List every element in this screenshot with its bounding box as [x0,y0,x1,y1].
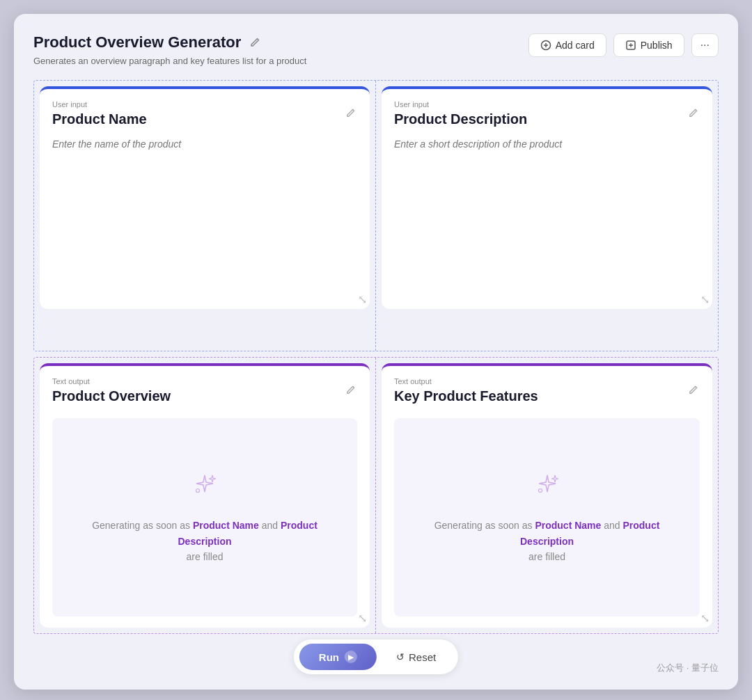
app-title: Product Overview Generator [33,33,241,51]
reset-icon: ↺ [396,651,405,662]
output-title-row-1: Text output Product Overview [52,377,357,404]
output-type-label-2: Text output [394,377,538,385]
more-options-button[interactable]: ··· [691,33,719,57]
header-actions: Add card Publish ··· [528,33,719,57]
output-title-2: Key Product Features [394,388,538,404]
resize-handle-2: ⤡ [700,293,710,306]
output-title-row-2: Text output Key Product Features [394,377,700,404]
reset-button[interactable]: ↺ Reset [379,644,453,670]
app-subtitle: Generates an overview paragraph and key … [33,56,306,66]
more-icon: ··· [700,39,710,51]
publish-label: Publish [641,40,673,51]
play-icon: ▶ [345,651,357,663]
input-card-2: User input Product Description ⤡ [382,86,712,309]
output-card-body-1: Generating as soon as Product Name and P… [52,418,357,617]
input-cell-2: User input Product Description ⤡ [376,81,718,351]
publish-button[interactable]: Publish [613,33,684,57]
card-title-row-2: User input Product Description [394,100,700,127]
output-cell-2: Text output Key Product Features [376,358,718,633]
input-cell-1: User input Product Name ⤡ [34,81,376,351]
output-type-label-1: Text output [52,377,171,385]
run-button[interactable]: Run ▶ [299,644,377,670]
card-type-label-1: User input [52,100,147,109]
output-card-body-2: Generating as soon as Product Name and P… [394,418,700,617]
card-edit-button-1[interactable] [344,106,357,122]
sparkle-icon-2 [532,470,563,507]
output-card-1: Text output Product Overview [40,363,370,628]
svg-point-5 [538,489,542,493]
generating-text-1: Generating as soon as Product Name and P… [66,518,343,564]
output-header-1: Text output Product Overview [52,377,171,404]
card-type-label-2: User input [394,100,527,109]
resize-handle-4: ⤡ [700,612,710,625]
output-header-2: Text output Key Product Features [394,377,538,404]
input-card-1: User input Product Name ⤡ [40,86,370,309]
resize-handle-1: ⤡ [358,293,367,306]
card-title-1: Product Name [52,111,147,127]
app-container: Product Overview Generator Generates an … [14,14,738,690]
output-title-1: Product Overview [52,388,171,404]
output-edit-button-1[interactable] [344,383,357,399]
input-textarea-2[interactable] [394,138,700,298]
output-row: Text output Product Overview [33,357,719,634]
input-row: User input Product Name ⤡ User [33,80,719,351]
header-left: Product Overview Generator Generates an … [33,33,306,66]
run-label: Run [319,651,339,663]
input-textarea-1[interactable] [52,138,357,298]
watermark: 公众号 · 量子位 [657,662,719,674]
card-title-2: Product Description [394,111,527,127]
output-edit-button-2[interactable] [687,383,700,399]
add-card-button[interactable]: Add card [528,33,606,57]
sparkle-icon-1 [189,470,220,507]
resize-handle-3: ⤡ [358,612,367,625]
card-edit-button-2[interactable] [687,106,700,122]
card-header-2: User input Product Description [394,100,527,127]
output-cell-1: Text output Product Overview [34,358,376,633]
card-title-row-1: User input Product Name [52,100,357,127]
main-content: User input Product Name ⤡ User [33,80,719,634]
header-title-row: Product Overview Generator [33,33,306,51]
bottom-bar: Run ▶ ↺ Reset [294,639,458,674]
title-edit-button[interactable] [248,35,262,49]
generating-text-2: Generating as soon as Product Name and P… [408,518,686,564]
header: Product Overview Generator Generates an … [33,33,719,66]
output-card-2: Text output Key Product Features [382,363,712,628]
svg-point-4 [196,489,200,493]
card-header-1: User input Product Name [52,100,147,127]
add-card-label: Add card [556,40,595,51]
reset-label: Reset [409,651,436,663]
